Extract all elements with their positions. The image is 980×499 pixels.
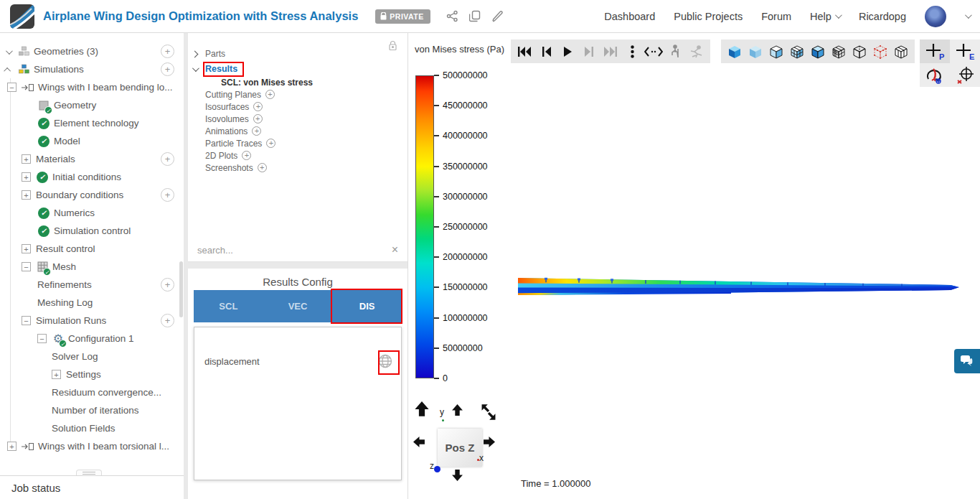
surfaces-mesh-cube-icon[interactable] xyxy=(788,42,806,61)
tree-item[interactable]: − + ✓ ✓ xyxy=(0,114,182,132)
previous-frame-button[interactable] xyxy=(537,42,555,61)
globe-icon[interactable] xyxy=(377,353,393,369)
app-logo-icon[interactable] xyxy=(10,4,34,29)
chevron-right-icon[interactable] xyxy=(192,49,205,59)
tree-item[interactable]: − + ✓ ✓ xyxy=(0,437,182,455)
expand-box-icon[interactable]: + xyxy=(22,190,31,200)
tab-scl[interactable]: SCL xyxy=(194,290,263,322)
add-circle-icon[interactable]: + xyxy=(265,90,275,99)
add-button[interactable]: + xyxy=(161,45,174,58)
next-frame-button[interactable] xyxy=(580,42,598,61)
results-tree-item[interactable]: Results + xyxy=(188,61,407,76)
tree-item[interactable]: − + ✓ ✓ xyxy=(0,348,182,365)
nav-public-projects[interactable]: Public Projects xyxy=(674,11,743,22)
tree-item[interactable]: − + ✓ ✓ xyxy=(0,222,182,240)
nav-forum[interactable]: Forum xyxy=(761,11,791,22)
expand-range-icon[interactable] xyxy=(644,42,663,61)
add-button[interactable]: + xyxy=(161,62,174,76)
collapse-box-icon[interactable]: − xyxy=(37,334,47,343)
results-tree-item[interactable]: Screenshots + xyxy=(188,162,407,174)
expand-box-icon[interactable]: + xyxy=(22,244,31,253)
tree-item[interactable]: − + ✓ ✓ xyxy=(0,330,182,348)
tree-item[interactable]: − + ✓ ✓ xyxy=(0,78,182,96)
solid-shaded-cube-icon[interactable] xyxy=(725,42,744,61)
tab-dis[interactable]: DIS xyxy=(332,290,402,322)
chat-support-button[interactable] xyxy=(954,349,980,373)
collapse-box-icon[interactable]: − xyxy=(22,262,31,271)
add-circle-icon[interactable]: + xyxy=(252,126,261,136)
play-button[interactable] xyxy=(558,42,577,61)
copy-icon[interactable] xyxy=(469,10,481,22)
pan-left-arrow-icon[interactable] xyxy=(413,436,425,448)
add-button[interactable]: + xyxy=(161,278,174,292)
search-bar[interactable]: search... × xyxy=(188,238,407,262)
results-tree-item[interactable]: Parts + xyxy=(188,46,407,61)
pick-element-button[interactable]: E xyxy=(950,39,980,63)
run-mode-icon[interactable] xyxy=(687,42,706,61)
expand-box-icon[interactable]: + xyxy=(22,154,31,164)
tree-item[interactable]: − + ✓ ✓ xyxy=(0,401,182,419)
fit-view-arrow-icon[interactable] xyxy=(414,401,430,417)
expand-box-icon[interactable]: + xyxy=(52,370,61,379)
clear-search-icon[interactable]: × xyxy=(392,243,398,256)
add-circle-icon[interactable]: + xyxy=(253,102,263,111)
add-circle-icon[interactable]: + xyxy=(266,139,275,148)
results-tree-item[interactable]: Particle Traces + xyxy=(188,137,407,149)
surfaces-with-edges-cube-icon[interactable] xyxy=(767,42,786,61)
center-of-rotation-button[interactable] xyxy=(950,63,980,87)
job-status-bar[interactable]: Job status xyxy=(0,475,184,499)
tree-item[interactable]: − + ✓ ✓ xyxy=(0,168,182,186)
tree-item[interactable]: − + ✓ ✓ xyxy=(0,419,182,437)
solid-outline-cube-icon[interactable] xyxy=(809,42,827,61)
more-options-icon[interactable] xyxy=(623,42,641,61)
results-tree-item[interactable]: Isosurfaces + xyxy=(188,101,407,113)
chevron-down-icon[interactable] xyxy=(6,46,11,57)
tree-item[interactable]: − + ✓ ✓ xyxy=(0,132,182,150)
collapse-box-icon[interactable]: − xyxy=(7,83,17,92)
add-circle-icon[interactable]: + xyxy=(258,163,267,172)
add-circle-icon[interactable]: + xyxy=(253,114,263,123)
viewport-3d[interactable]: von Mises stress (Pa) xyxy=(408,33,980,499)
pick-point-button[interactable]: P xyxy=(920,39,950,63)
lock-icon[interactable] xyxy=(388,40,397,51)
diagonal-zoom-arrow-icon[interactable] xyxy=(480,403,497,421)
edit-pencil-icon[interactable] xyxy=(491,10,503,22)
pan-right-arrow-icon[interactable] xyxy=(483,436,495,448)
results-tree-item[interactable]: Isovolumes + xyxy=(188,113,407,125)
tree-item[interactable]: − + ✓ ✓ xyxy=(0,240,182,258)
skip-to-start-button[interactable] xyxy=(515,42,534,61)
results-tree-item[interactable]: SCL: von Mises stress + xyxy=(188,76,407,88)
left-scrollbar-thumb[interactable] xyxy=(179,261,183,317)
tree-item[interactable]: − + ✓ ✓ xyxy=(0,186,182,204)
collapse-box-icon[interactable]: − xyxy=(22,316,31,325)
wireframe-mesh-cube-icon[interactable] xyxy=(829,42,848,61)
tree-item[interactable]: − + ✓ ✓ xyxy=(0,383,182,401)
chevron-up-icon[interactable] xyxy=(6,64,11,75)
add-button[interactable]: + xyxy=(161,314,174,327)
translucent-cube-icon[interactable] xyxy=(746,42,765,61)
user-avatar[interactable] xyxy=(925,6,946,27)
results-tree-item[interactable]: 2D Plots + xyxy=(188,149,407,162)
rotate-view-button[interactable] xyxy=(920,63,950,87)
nav-username[interactable]: Ricardopg xyxy=(859,11,906,22)
tree-item[interactable]: − + ✓ ✓ xyxy=(0,258,182,276)
account-chevron-down-icon[interactable] xyxy=(965,11,972,19)
expand-box-icon[interactable]: + xyxy=(7,442,17,451)
tree-item[interactable]: − + ✓ ✓ xyxy=(0,294,182,312)
tab-vec[interactable]: VEC xyxy=(263,290,333,322)
chevron-down-icon[interactable] xyxy=(192,64,205,74)
tree-item[interactable]: − + ✓ ✓ xyxy=(0,276,182,294)
wireframe-cube-icon[interactable] xyxy=(850,42,869,61)
walk-mode-icon[interactable] xyxy=(666,42,684,61)
nav-dashboard[interactable]: Dashboard xyxy=(604,11,655,22)
pan-up-arrow-icon[interactable] xyxy=(451,404,463,416)
tree-item[interactable]: − + ✓ ✓ xyxy=(0,60,182,78)
panel-resize-handle[interactable] xyxy=(76,470,102,475)
tree-item[interactable]: − + ✓ ✓ xyxy=(0,365,182,383)
skip-to-end-button[interactable] xyxy=(601,42,620,61)
add-circle-icon[interactable]: + xyxy=(242,151,251,160)
nav-help[interactable]: Help xyxy=(810,11,840,22)
add-button[interactable]: + xyxy=(161,188,174,202)
results-tree-item[interactable]: Animations + xyxy=(188,125,407,137)
nav-cube[interactable]: Pos Z xyxy=(438,429,482,467)
